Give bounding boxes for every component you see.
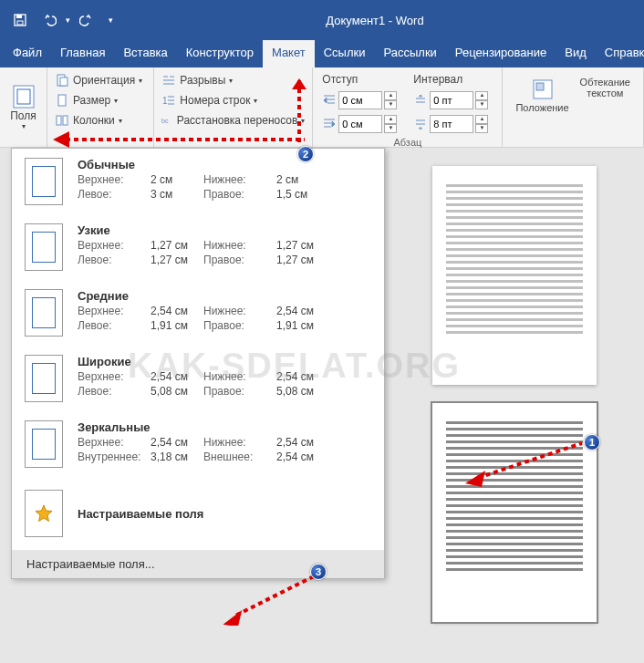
indent-right-spinner[interactable]: ▲▼ <box>322 115 397 133</box>
indent-right-input[interactable] <box>338 115 382 133</box>
tab-references[interactable]: Ссылки <box>315 40 375 67</box>
custom-margins-item[interactable]: Настраиваемые поля <box>12 477 384 550</box>
hyphenation-button[interactable]: bcРасстановка переносов ▾ <box>160 111 306 129</box>
indent-label: Отступ <box>322 73 358 86</box>
star-icon <box>25 490 63 537</box>
paragraph-group-label: Абзац <box>318 135 496 148</box>
svg-rect-8 <box>57 116 61 125</box>
indent-left-spinner[interactable]: ▲▼ <box>322 91 397 109</box>
spacing-before-spinner[interactable]: ▲▼ <box>413 91 488 109</box>
preset-icon <box>25 355 63 402</box>
spacing-before-input[interactable] <box>430 91 473 109</box>
margin-preset-2[interactable]: Средние Верхнее:2,54 смНижнее:2,54 см Ле… <box>12 280 384 346</box>
preset-name: Узкие <box>78 223 371 237</box>
margin-preset-4[interactable]: Зеркальные Верхнее:2,54 смНижнее:2,54 см… <box>12 411 384 477</box>
orientation-button[interactable]: Ориентация ▾ <box>53 71 148 89</box>
tab-help[interactable]: Справка <box>596 40 644 67</box>
undo-button[interactable] <box>36 7 62 33</box>
spacing-after-input[interactable] <box>430 115 473 133</box>
line-numbers-button[interactable]: 1Номера строк ▾ <box>160 91 306 109</box>
preset-icon <box>25 420 63 468</box>
spacing-label: Интервал <box>413 73 462 86</box>
svg-rect-2 <box>17 21 23 25</box>
indent-left-input[interactable] <box>338 91 382 109</box>
preset-name: Обычные <box>78 158 371 171</box>
tab-layout[interactable]: Макет <box>263 40 315 67</box>
preset-icon <box>25 158 63 205</box>
svg-rect-13 <box>536 83 544 90</box>
svg-rect-7 <box>58 95 66 106</box>
quick-access-toolbar: ▾ ▾ <box>7 7 113 33</box>
page-thumbnail-1[interactable] <box>432 166 597 385</box>
tab-view[interactable]: Вид <box>556 40 596 67</box>
preset-icon <box>25 289 63 337</box>
margins-button[interactable]: Поля ▾ <box>5 71 41 143</box>
position-button[interactable]: Положение <box>512 75 572 115</box>
tab-home[interactable]: Главная <box>51 40 114 67</box>
ribbon-tabs: Файл Главная Вставка Конструктор Макет С… <box>0 40 644 67</box>
margins-label: Поля <box>10 109 36 122</box>
svg-rect-9 <box>63 116 68 125</box>
callout-2: 2 <box>297 146 314 162</box>
window-title: Документ1 - Word <box>113 14 637 27</box>
svg-rect-1 <box>16 15 22 18</box>
breaks-button[interactable]: Разрывы ▾ <box>160 71 306 89</box>
callout-3: 3 <box>310 564 327 580</box>
titlebar: ▾ ▾ Документ1 - Word <box>0 0 644 40</box>
preset-icon <box>25 223 63 271</box>
margin-preset-1[interactable]: Узкие Верхнее:1,27 смНижнее:1,27 см Лево… <box>12 214 384 280</box>
columns-button[interactable]: Колонки ▾ <box>53 111 148 129</box>
ribbon: Поля ▾ Ориентация ▾ Размер ▾ Колонки ▾ Р… <box>0 67 644 148</box>
svg-text:bc: bc <box>161 118 169 124</box>
preset-name: Зеркальные <box>78 420 371 434</box>
preset-name: Средние <box>78 289 371 303</box>
size-button[interactable]: Размер ▾ <box>53 91 148 109</box>
preset-name: Широкие <box>78 355 371 368</box>
wrap-text-button[interactable]: Обтекание текстом <box>576 75 634 115</box>
margin-preset-3[interactable]: Широкие Верхнее:2,54 смНижнее:2,54 см Ле… <box>12 346 384 411</box>
tab-mailings[interactable]: Рассылки <box>374 40 445 67</box>
page-thumbnail-2[interactable] <box>432 403 597 622</box>
save-button[interactable] <box>7 7 33 33</box>
callout-1: 1 <box>584 434 600 451</box>
svg-rect-6 <box>60 78 68 86</box>
margin-preset-0[interactable]: Обычные Верхнее:2 смНижнее:2 см Левое:3 … <box>12 149 384 214</box>
custom-margins-label: Настраиваемые поля <box>78 507 203 521</box>
tab-review[interactable]: Рецензирование <box>446 40 556 67</box>
custom-margins-footer[interactable]: Настраиваемые поля... <box>12 550 384 578</box>
margins-dropdown: Обычные Верхнее:2 смНижнее:2 см Левое:3 … <box>11 148 385 579</box>
tab-design[interactable]: Конструктор <box>177 40 263 67</box>
tab-insert[interactable]: Вставка <box>114 40 176 67</box>
svg-text:1: 1 <box>162 96 168 106</box>
pages-panel <box>385 148 644 663</box>
redo-button[interactable] <box>74 7 99 33</box>
spacing-after-spinner[interactable]: ▲▼ <box>413 115 488 133</box>
tab-file[interactable]: Файл <box>4 40 51 67</box>
